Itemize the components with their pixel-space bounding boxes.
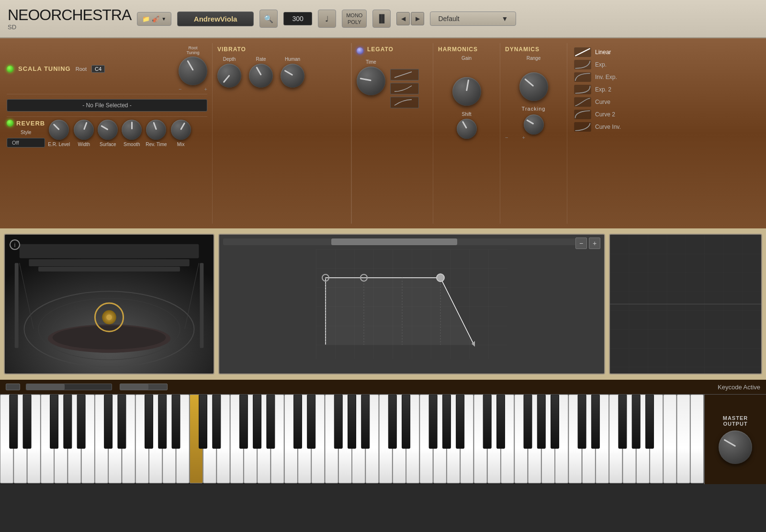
reverb-style-value[interactable]: Off bbox=[7, 138, 45, 147]
black-key[interactable] bbox=[632, 395, 640, 448]
curves-section: Linear Exp. Inv. Exp. Exp. 2 bbox=[567, 43, 759, 224]
legato-time-knob[interactable] bbox=[357, 67, 385, 95]
metronome-icon: ♩ bbox=[325, 14, 329, 23]
curve-item-curve[interactable]: Curve bbox=[571, 96, 755, 108]
black-key[interactable] bbox=[456, 395, 464, 448]
black-key[interactable] bbox=[334, 395, 342, 448]
black-key[interactable] bbox=[429, 395, 437, 448]
reverb-led[interactable] bbox=[7, 120, 13, 126]
top-bar: NEOORCHESTRA SD 📁 🎻 ▼ AndrewViola 🔍 300 … bbox=[0, 0, 766, 38]
width-knob[interactable] bbox=[74, 120, 94, 140]
black-key[interactable] bbox=[118, 395, 126, 448]
black-key[interactable] bbox=[64, 395, 72, 448]
black-key[interactable] bbox=[172, 395, 180, 448]
black-key[interactable] bbox=[199, 395, 207, 448]
piano-svg[interactable]: // This won't run in SVG, handle in main… bbox=[0, 395, 704, 484]
curve-item-exp[interactable]: Exp. bbox=[571, 58, 755, 71]
black-key[interactable] bbox=[10, 395, 18, 448]
black-key[interactable] bbox=[239, 395, 248, 448]
black-key[interactable] bbox=[361, 395, 370, 448]
curve-item-exp2[interactable]: Exp. 2 bbox=[571, 83, 755, 96]
kb-range-bar2[interactable] bbox=[120, 384, 168, 390]
curve-item-linear[interactable]: Linear bbox=[571, 46, 755, 58]
mono-poly-toggle[interactable]: MONO POLY bbox=[342, 10, 367, 28]
black-key[interactable] bbox=[388, 395, 396, 448]
legato-time-group: Time bbox=[357, 59, 385, 95]
black-key[interactable] bbox=[619, 395, 627, 448]
metronome-button[interactable]: ♩ bbox=[318, 10, 336, 28]
depth-knob[interactable] bbox=[217, 64, 241, 88]
smooth-knob[interactable] bbox=[122, 120, 142, 140]
black-key[interactable] bbox=[104, 395, 113, 448]
shift-knob[interactable] bbox=[457, 119, 477, 139]
black-key[interactable] bbox=[551, 395, 559, 448]
kb-mini-btn[interactable] bbox=[6, 384, 20, 390]
env-plus-button[interactable]: + bbox=[589, 238, 600, 249]
human-knob[interactable] bbox=[281, 64, 304, 88]
default-selector[interactable]: Default ▼ bbox=[430, 11, 516, 26]
black-key[interactable] bbox=[483, 395, 491, 448]
white-key[interactable] bbox=[677, 395, 690, 483]
black-key[interactable] bbox=[524, 395, 532, 448]
white-key[interactable] bbox=[664, 395, 676, 483]
legato-time-label: Time bbox=[366, 59, 376, 65]
tracking-knob[interactable] bbox=[524, 114, 544, 135]
shape-btn-2[interactable] bbox=[390, 83, 419, 94]
shape-btn-1[interactable] bbox=[390, 69, 419, 80]
next-preset-button[interactable]: ▶ bbox=[411, 12, 424, 25]
shape-btn-3[interactable] bbox=[390, 97, 419, 108]
black-key[interactable] bbox=[307, 395, 315, 448]
curve-label-exp: Exp. bbox=[595, 61, 607, 68]
file-selector[interactable]: - No File Selected - bbox=[7, 99, 207, 112]
scala-led[interactable] bbox=[7, 66, 13, 72]
white-key[interactable] bbox=[690, 395, 703, 483]
black-key[interactable] bbox=[645, 395, 653, 448]
kb-range-bar[interactable] bbox=[26, 384, 112, 390]
black-key[interactable] bbox=[50, 395, 58, 448]
black-key[interactable] bbox=[348, 395, 356, 448]
curve-item-curve_inv[interactable]: Curve Inv. bbox=[571, 121, 755, 133]
preset-selector[interactable]: AndrewViola bbox=[177, 11, 254, 26]
prev-preset-button[interactable]: ◀ bbox=[396, 12, 410, 25]
curve-item-inv_exp[interactable]: Inv. Exp. bbox=[571, 71, 755, 83]
root-tuning-knob[interactable] bbox=[179, 57, 207, 85]
surface-knob[interactable] bbox=[98, 120, 118, 140]
black-key[interactable] bbox=[402, 395, 410, 448]
black-key[interactable] bbox=[145, 395, 153, 448]
tracking-pm: − + bbox=[505, 135, 525, 140]
black-key[interactable] bbox=[23, 395, 31, 448]
rev-time-knob[interactable] bbox=[146, 120, 166, 140]
black-key[interactable] bbox=[77, 395, 85, 448]
bpm-display[interactable]: 300 bbox=[283, 12, 312, 25]
black-key[interactable] bbox=[253, 395, 261, 448]
black-key[interactable] bbox=[578, 395, 586, 448]
curve-item-curve2[interactable]: Curve 2 bbox=[571, 108, 755, 121]
black-key[interactable] bbox=[158, 395, 167, 448]
er-level-group: E.R. Level bbox=[48, 120, 70, 147]
env-minus-button[interactable]: − bbox=[575, 238, 587, 249]
env-scrollbar[interactable] bbox=[223, 238, 583, 245]
info-button[interactable]: i bbox=[10, 239, 20, 250]
bars-button[interactable]: ▐▌ bbox=[372, 10, 391, 28]
root-label: Root bbox=[76, 66, 87, 72]
rate-knob[interactable] bbox=[249, 64, 273, 88]
black-key[interactable] bbox=[537, 395, 545, 448]
gain-knob[interactable] bbox=[452, 77, 481, 106]
file-button[interactable]: 📁 🎻 ▼ bbox=[137, 12, 171, 26]
legato-led[interactable] bbox=[357, 47, 363, 54]
range-knob[interactable] bbox=[519, 72, 548, 101]
mix-knob[interactable] bbox=[171, 120, 191, 140]
black-key[interactable] bbox=[267, 395, 275, 448]
black-key[interactable] bbox=[213, 395, 221, 448]
root-value[interactable]: C4 bbox=[91, 65, 105, 73]
search-button[interactable]: 🔍 bbox=[259, 10, 278, 28]
black-key[interactable] bbox=[442, 395, 451, 448]
tracking-minus: − bbox=[505, 135, 508, 140]
er-level-knob[interactable] bbox=[49, 120, 69, 140]
black-key[interactable] bbox=[496, 395, 505, 448]
black-key[interactable] bbox=[591, 395, 599, 448]
env-scrollbar-thumb[interactable] bbox=[331, 238, 457, 245]
black-key[interactable] bbox=[293, 395, 302, 448]
master-output-knob[interactable] bbox=[719, 430, 752, 464]
rate-label: Rate bbox=[256, 57, 266, 62]
